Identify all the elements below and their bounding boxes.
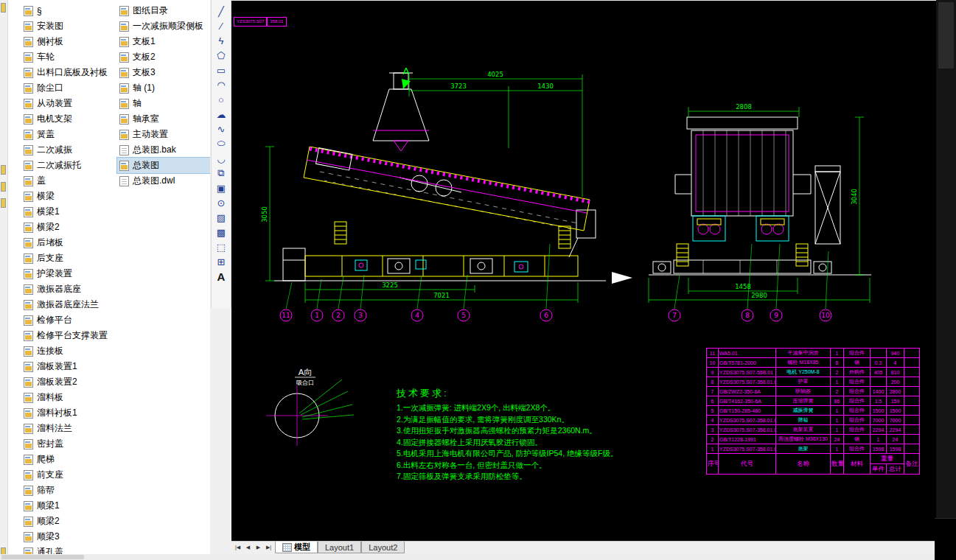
tool-hatch-button[interactable]: ▨ — [213, 210, 229, 225]
dwg-file-icon — [24, 238, 33, 248]
tool-table-button[interactable]: ⊞ — [213, 254, 229, 269]
horizontal-scrollbar-thumb[interactable] — [1, 555, 84, 559]
file-item[interactable]: 车轮 — [21, 49, 117, 65]
file-item[interactable]: 溜板装置1 — [21, 359, 117, 374]
file-item[interactable]: 从动装置 — [21, 96, 117, 111]
dwg-file-icon — [24, 532, 33, 542]
file-label: 除尘口 — [37, 82, 63, 94]
file-item[interactable]: 后堵板 — [21, 235, 117, 251]
horizontal-scrollbar[interactable] — [0, 554, 936, 560]
tool-polyline-button[interactable]: ϟ — [213, 33, 229, 48]
tool-make-block-button[interactable]: ▣ — [213, 181, 229, 195]
file-item[interactable]: 侧衬板 — [21, 34, 117, 49]
tool-ellipse-arc-button[interactable]: ◡ — [213, 151, 229, 166]
file-item[interactable]: 通孔盖 — [21, 545, 117, 554]
file-item[interactable]: 溜料板 — [21, 390, 117, 405]
file-item[interactable]: 除尘口 — [21, 80, 117, 96]
file-item[interactable]: 总装图 — [117, 158, 210, 173]
file-item[interactable]: 检修平台 — [21, 312, 117, 328]
tool-arc-button[interactable]: ◠ — [213, 77, 229, 92]
file-label: 顺梁3 — [37, 531, 60, 543]
file-item[interactable]: 横梁2 — [21, 220, 117, 235]
file-item[interactable]: 电机支架 — [21, 111, 117, 127]
file-item[interactable]: § — [21, 3, 117, 18]
file-item[interactable]: 横梁 — [21, 189, 117, 204]
file-item[interactable]: 前支座 — [21, 467, 117, 483]
file-item[interactable]: 横梁1 — [21, 204, 117, 220]
tab-nav-next-button[interactable]: ▶ — [254, 542, 263, 553]
file-item[interactable]: 检修平台支撑装置 — [21, 328, 117, 343]
tool-circle-button[interactable]: ○ — [213, 92, 229, 107]
bom-cell-note — [904, 368, 920, 377]
file-item[interactable]: 顺梁3 — [21, 529, 117, 545]
tab-layout1[interactable]: Layout1 — [318, 542, 361, 553]
dwg-file-icon — [24, 253, 33, 264]
tool-polygon-button[interactable]: ⬠ — [213, 48, 229, 63]
tool-insert-block-button[interactable]: ⧉ — [213, 166, 229, 181]
file-item[interactable]: 爬梯 — [21, 452, 117, 467]
file-item[interactable]: 二次减振托 — [21, 158, 117, 173]
file-item[interactable]: 密封盖 — [21, 436, 117, 452]
file-item[interactable]: 连接板 — [21, 343, 117, 359]
bom-row: 10GB/T5781-2000螺栓 M18X858钢0.34 — [707, 358, 920, 368]
file-item[interactable]: 护梁装置 — [21, 266, 117, 281]
tab-nav-last-button[interactable]: ▶| — [264, 542, 273, 553]
bom-header-cell: 代号 — [719, 454, 776, 475]
bom-cell-total: 2294 — [887, 425, 904, 435]
dwg-file-icon — [24, 393, 33, 403]
tool-spline-button[interactable]: ∿ — [213, 122, 229, 136]
tool-line-button[interactable]: ╱ — [213, 4, 229, 18]
tool-multiline-text-button[interactable]: A — [213, 269, 229, 284]
vertical-scrollbar[interactable] — [936, 0, 956, 518]
file-item[interactable]: 激振器底座 — [21, 281, 117, 297]
vertical-scrollbar-thumb[interactable] — [938, 2, 954, 69]
dwg-file-icon — [119, 99, 129, 109]
tool-region-button[interactable]: ⬚ — [213, 239, 229, 254]
tool-revision-cloud-button[interactable]: ☁ — [213, 107, 229, 122]
file-label: 顺梁1 — [37, 500, 60, 512]
file-item[interactable]: 支板1 — [117, 34, 210, 49]
dwg-file-icon — [24, 176, 33, 186]
bom-cell-code: WA5.01 — [719, 349, 776, 358]
tab-nav-prev-button[interactable]: ◀ — [243, 542, 253, 553]
file-item[interactable]: 激振器底座法兰 — [21, 297, 117, 312]
file-item[interactable]: 出料口底板及衬板 — [21, 65, 117, 80]
file-item[interactable]: 溜料法兰 — [21, 421, 117, 436]
file-item[interactable]: 轴 — [117, 96, 210, 111]
bom-cell-qty: 2 — [831, 387, 844, 396]
tab-layout2[interactable]: Layout2 — [361, 542, 405, 553]
file-item[interactable]: 总装图.bak — [117, 142, 210, 158]
file-item[interactable]: 簧盖 — [21, 127, 117, 142]
file-label: 后堵板 — [37, 237, 63, 249]
tool-construction-line-button[interactable]: ∕ — [213, 18, 229, 33]
file-item[interactable]: 支板2 — [117, 49, 210, 65]
tool-point-button[interactable]: ⊙ — [213, 195, 229, 210]
file-item[interactable]: 支板3 — [117, 65, 210, 80]
file-item[interactable]: 筛帮 — [21, 483, 117, 498]
cad-model-canvas[interactable]: A向 吸合口 A — [231, 0, 936, 542]
file-item[interactable]: 轴承室 — [117, 111, 210, 127]
file-item[interactable]: 总装图.dwl — [117, 173, 210, 189]
file-label: 支板1 — [133, 35, 156, 48]
file-item[interactable]: 盖 — [21, 173, 117, 189]
tab-nav-first-button[interactable]: |◀ — [233, 542, 243, 553]
file-item[interactable]: 一次减振顺梁侧板 — [117, 18, 210, 34]
file-item[interactable]: 安装图 — [21, 18, 117, 34]
dwg-file-icon — [24, 455, 33, 465]
file-label: 横梁1 — [37, 206, 60, 218]
file-item[interactable]: 顺梁1 — [21, 498, 117, 514]
tab-model[interactable]: 模型 — [275, 542, 318, 553]
file-item[interactable]: 溜料衬板1 — [21, 405, 117, 421]
file-item[interactable]: 主动装置 — [117, 127, 210, 142]
file-item[interactable]: 图纸目录 — [117, 3, 210, 18]
file-item[interactable]: 二次减振 — [21, 142, 117, 158]
tool-rectangle-button[interactable]: ▭ — [213, 63, 229, 77]
tool-ellipse-button[interactable]: ⬭ — [213, 136, 229, 151]
bom-header-cell: 名称 — [776, 454, 831, 475]
bom-header-cell: 单件 — [870, 464, 887, 475]
tool-gradient-button[interactable]: ▩ — [213, 225, 229, 239]
file-item[interactable]: 轴 (1) — [117, 80, 210, 96]
file-item[interactable]: 溜板装置2 — [21, 374, 117, 390]
file-item[interactable]: 顺梁2 — [21, 514, 117, 529]
file-item[interactable]: 后支座 — [21, 251, 117, 266]
